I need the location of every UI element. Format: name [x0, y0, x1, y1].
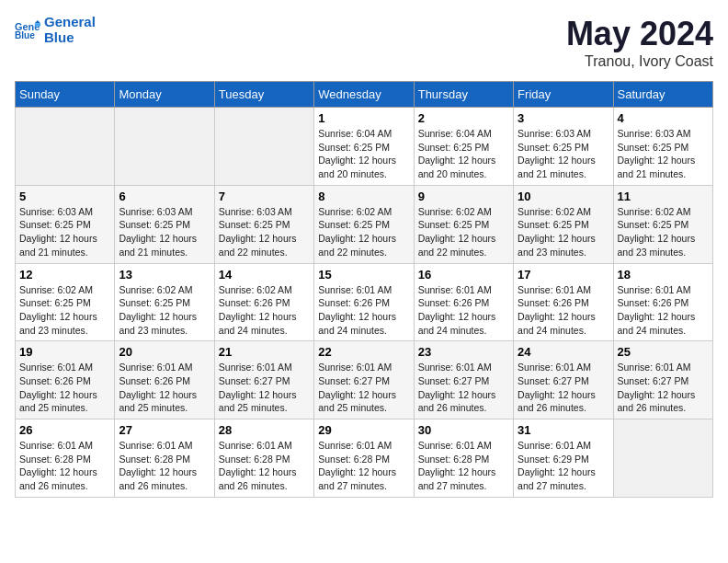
day-number: 29	[318, 423, 409, 437]
day-number: 14	[219, 268, 310, 282]
table-row	[115, 108, 214, 186]
table-row: 3Sunrise: 6:03 AMSunset: 6:25 PMDaylight…	[514, 108, 613, 186]
table-row: 5Sunrise: 6:03 AMSunset: 6:25 PMDaylight…	[16, 185, 115, 263]
day-info: Sunrise: 6:01 AMSunset: 6:28 PMDaylight:…	[318, 439, 409, 493]
day-info: Sunrise: 6:01 AMSunset: 6:26 PMDaylight:…	[518, 283, 609, 338]
day-info: Sunrise: 6:01 AMSunset: 6:29 PMDaylight:…	[518, 439, 609, 493]
logo: General Blue General Blue	[15, 15, 96, 45]
day-info: Sunrise: 6:04 AMSunset: 6:25 PMDaylight:…	[318, 127, 409, 181]
table-row: 1Sunrise: 6:04 AMSunset: 6:25 PMDaylight…	[314, 108, 414, 186]
table-row: 24Sunrise: 6:01 AMSunset: 6:27 PMDayligh…	[514, 341, 613, 419]
header-saturday: Saturday	[613, 82, 712, 108]
day-number: 8	[318, 190, 409, 203]
day-info: Sunrise: 6:01 AMSunset: 6:26 PMDaylight:…	[19, 361, 110, 415]
day-info: Sunrise: 6:01 AMSunset: 6:28 PMDaylight:…	[418, 439, 509, 493]
table-row: 13Sunrise: 6:02 AMSunset: 6:25 PMDayligh…	[115, 263, 214, 341]
day-number: 21	[219, 345, 310, 359]
header-tuesday: Tuesday	[214, 82, 313, 108]
day-number: 26	[19, 423, 110, 437]
day-info: Sunrise: 6:01 AMSunset: 6:27 PMDaylight:…	[318, 361, 409, 415]
day-info: Sunrise: 6:02 AMSunset: 6:25 PMDaylight:…	[318, 205, 409, 259]
day-number: 27	[119, 423, 210, 437]
day-number: 30	[418, 423, 509, 437]
day-number: 28	[219, 423, 310, 437]
day-info: Sunrise: 6:02 AMSunset: 6:26 PMDaylight:…	[219, 283, 310, 338]
table-row: 20Sunrise: 6:01 AMSunset: 6:26 PMDayligh…	[115, 341, 214, 419]
table-row: 6Sunrise: 6:03 AMSunset: 6:25 PMDaylight…	[115, 185, 214, 263]
header-thursday: Thursday	[414, 82, 513, 108]
day-number: 18	[618, 268, 709, 282]
day-number: 16	[418, 268, 509, 282]
day-info: Sunrise: 6:04 AMSunset: 6:25 PMDaylight:…	[418, 127, 509, 181]
day-number: 12	[19, 268, 110, 282]
logo-line1: General	[44, 14, 96, 29]
table-row: 7Sunrise: 6:03 AMSunset: 6:25 PMDaylight…	[214, 185, 313, 263]
day-info: Sunrise: 6:01 AMSunset: 6:28 PMDaylight:…	[119, 439, 210, 493]
title-area: May 2024 Tranou, Ivory Coast	[566, 15, 713, 70]
table-row: 27Sunrise: 6:01 AMSunset: 6:28 PMDayligh…	[115, 419, 214, 498]
table-row: 21Sunrise: 6:01 AMSunset: 6:27 PMDayligh…	[214, 341, 313, 419]
day-info: Sunrise: 6:03 AMSunset: 6:25 PMDaylight:…	[219, 205, 310, 259]
week-row-2: 5Sunrise: 6:03 AMSunset: 6:25 PMDaylight…	[16, 185, 713, 263]
day-number: 19	[19, 345, 110, 359]
day-info: Sunrise: 6:01 AMSunset: 6:27 PMDaylight:…	[518, 361, 609, 415]
day-info: Sunrise: 6:03 AMSunset: 6:25 PMDaylight:…	[119, 205, 210, 259]
day-number: 25	[618, 345, 709, 359]
table-row: 28Sunrise: 6:01 AMSunset: 6:28 PMDayligh…	[214, 419, 313, 498]
day-info: Sunrise: 6:01 AMSunset: 6:27 PMDaylight:…	[618, 361, 709, 415]
header-wednesday: Wednesday	[314, 82, 414, 108]
day-number: 9	[418, 190, 509, 203]
header-sunday: Sunday	[16, 82, 115, 108]
day-number: 2	[418, 111, 509, 125]
day-info: Sunrise: 6:02 AMSunset: 6:25 PMDaylight:…	[418, 205, 509, 259]
day-info: Sunrise: 6:01 AMSunset: 6:28 PMDaylight:…	[19, 439, 110, 493]
day-info: Sunrise: 6:02 AMSunset: 6:25 PMDaylight:…	[19, 283, 110, 338]
day-info: Sunrise: 6:01 AMSunset: 6:26 PMDaylight:…	[418, 283, 509, 338]
svg-text:Blue: Blue	[15, 30, 35, 40]
table-row: 15Sunrise: 6:01 AMSunset: 6:26 PMDayligh…	[314, 263, 414, 341]
day-info: Sunrise: 6:01 AMSunset: 6:28 PMDaylight:…	[219, 439, 310, 493]
day-info: Sunrise: 6:01 AMSunset: 6:27 PMDaylight:…	[418, 361, 509, 415]
calendar-header-row: Sunday Monday Tuesday Wednesday Thursday…	[16, 82, 713, 108]
table-row: 4Sunrise: 6:03 AMSunset: 6:25 PMDaylight…	[613, 108, 712, 186]
day-number: 7	[219, 190, 310, 203]
day-number: 31	[518, 423, 609, 437]
day-number: 3	[518, 111, 609, 125]
table-row: 18Sunrise: 6:01 AMSunset: 6:26 PMDayligh…	[613, 263, 712, 341]
day-number: 22	[318, 345, 409, 359]
day-number: 1	[318, 111, 409, 125]
table-row: 23Sunrise: 6:01 AMSunset: 6:27 PMDayligh…	[414, 341, 513, 419]
table-row: 30Sunrise: 6:01 AMSunset: 6:28 PMDayligh…	[414, 419, 513, 498]
day-info: Sunrise: 6:01 AMSunset: 6:26 PMDaylight:…	[119, 361, 210, 415]
day-number: 5	[19, 190, 110, 203]
day-number: 13	[119, 268, 210, 282]
page-header: General Blue General Blue May 2024 Trano…	[15, 15, 713, 70]
table-row: 16Sunrise: 6:01 AMSunset: 6:26 PMDayligh…	[414, 263, 513, 341]
day-info: Sunrise: 6:01 AMSunset: 6:26 PMDaylight:…	[318, 283, 409, 338]
table-row: 25Sunrise: 6:01 AMSunset: 6:27 PMDayligh…	[613, 341, 712, 419]
day-number: 17	[518, 268, 609, 282]
table-row: 26Sunrise: 6:01 AMSunset: 6:28 PMDayligh…	[16, 419, 115, 498]
day-info: Sunrise: 6:01 AMSunset: 6:27 PMDaylight:…	[219, 361, 310, 415]
header-monday: Monday	[115, 82, 214, 108]
logo-icon: General Blue	[15, 20, 40, 40]
day-number: 15	[318, 268, 409, 282]
table-row: 2Sunrise: 6:04 AMSunset: 6:25 PMDaylight…	[414, 108, 513, 186]
day-number: 23	[418, 345, 509, 359]
day-info: Sunrise: 6:02 AMSunset: 6:25 PMDaylight:…	[618, 205, 709, 259]
day-number: 10	[518, 190, 609, 203]
day-info: Sunrise: 6:02 AMSunset: 6:25 PMDaylight:…	[119, 283, 210, 338]
week-row-1: 1Sunrise: 6:04 AMSunset: 6:25 PMDaylight…	[16, 108, 713, 186]
table-row: 22Sunrise: 6:01 AMSunset: 6:27 PMDayligh…	[314, 341, 414, 419]
day-number: 11	[618, 190, 709, 203]
table-row: 10Sunrise: 6:02 AMSunset: 6:25 PMDayligh…	[514, 185, 613, 263]
week-row-3: 12Sunrise: 6:02 AMSunset: 6:25 PMDayligh…	[16, 263, 713, 341]
calendar-title: May 2024	[566, 15, 713, 53]
table-row: 12Sunrise: 6:02 AMSunset: 6:25 PMDayligh…	[16, 263, 115, 341]
day-number: 24	[518, 345, 609, 359]
table-row	[214, 108, 313, 186]
table-row: 14Sunrise: 6:02 AMSunset: 6:26 PMDayligh…	[214, 263, 313, 341]
day-info: Sunrise: 6:01 AMSunset: 6:26 PMDaylight:…	[618, 283, 709, 338]
table-row: 29Sunrise: 6:01 AMSunset: 6:28 PMDayligh…	[314, 419, 414, 498]
table-row	[613, 419, 712, 498]
